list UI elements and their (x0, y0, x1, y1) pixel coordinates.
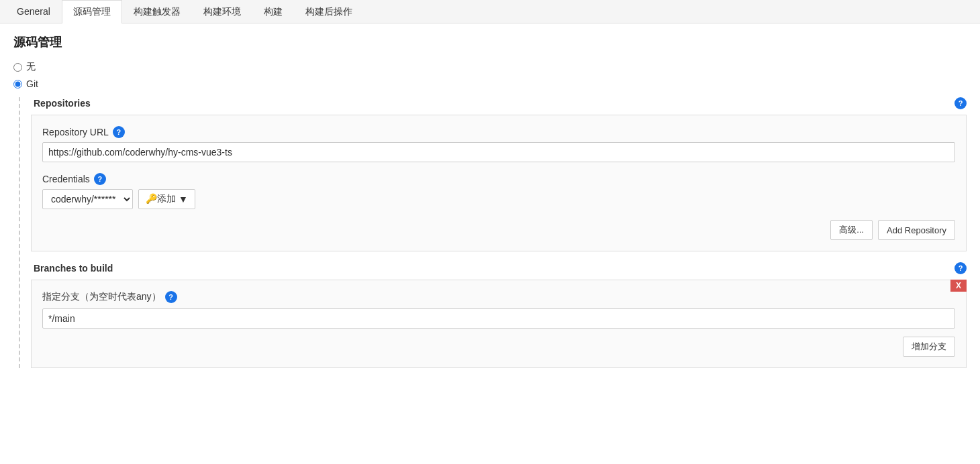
branch-field-label-row: 指定分支（为空时代表any） ? (42, 291, 955, 303)
branch-field-help-icon[interactable]: ? (165, 291, 177, 303)
tab-build[interactable]: 构建 (252, 0, 294, 23)
repository-url-label: Repository URL (42, 127, 109, 137)
repositories-header: Repositories ? (31, 97, 967, 109)
repositories-help-icon[interactable]: ? (954, 97, 967, 109)
page-content: 源码管理 无 Git Repositories ? Repository URL… (0, 23, 980, 464)
tab-post-build[interactable]: 构建后操作 (294, 0, 364, 23)
tab-bar: General 源码管理 构建触发器 构建环境 构建 构建后操作 (0, 0, 980, 23)
branches-header: Branches to build ? (31, 262, 967, 274)
scm-radio-group: 无 Git (13, 61, 967, 89)
page-title: 源码管理 (13, 34, 967, 50)
branches-help-icon[interactable]: ? (954, 262, 967, 274)
remove-branch-button[interactable]: X (950, 280, 967, 292)
add-credentials-label: 🔑添加 (146, 193, 176, 205)
tab-build-env[interactable]: 构建环境 (192, 0, 252, 23)
add-credentials-button[interactable]: 🔑添加 ▼ (138, 189, 195, 209)
radio-none-label: 无 (26, 61, 36, 73)
radio-none-input[interactable] (13, 63, 22, 72)
repositories-box: Repository URL ? Credentials ? coderwhy/… (31, 115, 967, 251)
repository-url-group: Repository URL ? (42, 126, 955, 162)
radio-none[interactable]: 无 (13, 61, 967, 73)
branches-section: Branches to build ? X 指定分支（为空时代表any） ? 增… (31, 262, 967, 368)
advanced-button[interactable]: 高级... (830, 220, 873, 240)
credentials-label-row: Credentials ? (42, 173, 955, 185)
repository-url-label-row: Repository URL ? (42, 126, 955, 138)
branch-field-label: 指定分支（为空时代表any） (42, 291, 161, 303)
add-branch-button[interactable]: 增加分支 (903, 337, 955, 357)
add-credentials-dropdown-icon: ▼ (179, 194, 188, 205)
radio-git-label: Git (26, 78, 38, 89)
repository-url-help-icon[interactable]: ? (113, 126, 125, 138)
add-branch-btn-row: 增加分支 (42, 337, 955, 357)
credentials-group: Credentials ? coderwhy/****** 🔑添加 ▼ (42, 173, 955, 209)
credentials-row: coderwhy/****** 🔑添加 ▼ (42, 189, 955, 209)
credentials-select[interactable]: coderwhy/****** (42, 189, 133, 209)
tab-general[interactable]: General (5, 0, 62, 23)
credentials-label: Credentials (42, 174, 90, 184)
repository-action-buttons: 高级... Add Repository (42, 220, 955, 240)
branch-input[interactable] (42, 308, 955, 329)
tab-source-management[interactable]: 源码管理 (62, 0, 122, 23)
repository-url-input[interactable] (42, 142, 955, 162)
branch-box: X 指定分支（为空时代表any） ? 增加分支 (31, 280, 967, 368)
add-repository-button[interactable]: Add Repository (878, 220, 955, 240)
radio-git-input[interactable] (13, 80, 22, 89)
tab-build-trigger[interactable]: 构建触发器 (122, 0, 192, 23)
repositories-label: Repositories (34, 98, 91, 109)
radio-git[interactable]: Git (13, 78, 967, 89)
credentials-help-icon[interactable]: ? (94, 173, 106, 185)
git-section: Repositories ? Repository URL ? Credenti… (19, 97, 967, 368)
branches-label: Branches to build (34, 263, 113, 274)
